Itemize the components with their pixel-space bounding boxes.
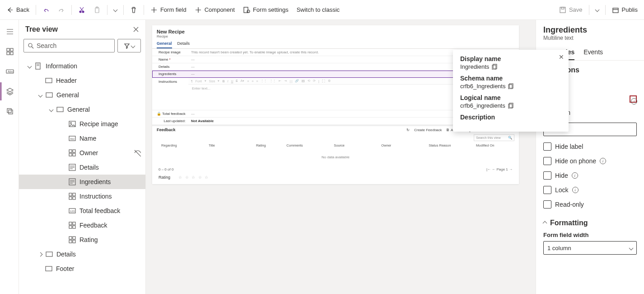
column-info-popover: ✕ Display name Ingredients Schema name c… (453, 50, 569, 132)
form-subtitle: Recipe (157, 34, 514, 38)
section-formatting[interactable]: Formatting (543, 219, 637, 227)
hidden-icon (134, 149, 141, 156)
tree-node-details[interactable]: Details (19, 160, 145, 175)
tree-node-owner[interactable]: Owner (19, 146, 145, 160)
rail-hamburger[interactable] (0, 23, 19, 41)
schema-name-value: crfb6_Ingredients (460, 83, 505, 90)
star-icons[interactable]: ☆ ☆ ☆ ☆ ☆ (178, 175, 209, 180)
checkbox-hide-label[interactable] (543, 142, 551, 151)
copy-icon[interactable] (508, 103, 514, 109)
tree-node-information[interactable]: Information (19, 59, 145, 73)
search-icon (28, 43, 34, 49)
svg-point-5 (247, 10, 250, 13)
tree-node-instructions[interactable]: Instructions (19, 189, 145, 204)
paste-options-button[interactable] (110, 5, 121, 14)
cut-button[interactable] (75, 4, 89, 16)
chevron-up-icon (543, 221, 547, 225)
svg-rect-26 (69, 150, 72, 152)
undo-icon (42, 6, 50, 14)
paste-button[interactable] (90, 4, 104, 16)
form-field-width-dropdown[interactable]: 1 column (543, 241, 637, 255)
redo-button[interactable] (54, 4, 69, 16)
number-icon: 123 (69, 207, 76, 214)
add-component-button[interactable]: Component (191, 4, 238, 16)
rail-components[interactable] (0, 43, 19, 61)
svg-rect-16 (9, 110, 13, 114)
switch-classic-button[interactable]: Switch to classic (293, 4, 343, 16)
checkbox-hide[interactable] (543, 171, 551, 180)
chevron-down-icon (131, 43, 135, 48)
rating-control[interactable]: Rating ☆ ☆ ☆ ☆ ☆ (152, 173, 519, 184)
form-field-label: Form field (160, 6, 187, 13)
rail-text[interactable]: Abc (0, 62, 19, 81)
svg-rect-6 (560, 7, 565, 13)
tree-node-ingredients[interactable]: Ingredients (19, 175, 145, 189)
form-settings-button[interactable]: Form settings (239, 4, 292, 16)
rail-duplicate[interactable] (0, 102, 19, 120)
section-icon (45, 265, 52, 272)
rating-label: Rating (159, 175, 170, 180)
fb-create[interactable]: Create Feedback (414, 128, 442, 132)
copy-icon[interactable] (492, 64, 498, 70)
tree-node-name[interactable]: AbcName (19, 131, 145, 146)
tree-node-general-section[interactable]: General (19, 102, 145, 117)
close-icon[interactable]: ✕ (559, 53, 564, 61)
svg-rect-35 (73, 197, 75, 199)
svg-rect-15 (7, 109, 11, 113)
tree-search-input[interactable]: Search (23, 39, 115, 52)
save-split-button[interactable] (592, 5, 602, 14)
checkbox-readonly[interactable] (543, 200, 551, 209)
publish-button[interactable]: Publis (608, 4, 641, 16)
schema-name-label: Schema name (460, 75, 561, 82)
add-form-field-button[interactable]: Form field (147, 4, 190, 16)
form-tab-general[interactable]: General (157, 41, 172, 48)
tree-node-header[interactable]: Header (19, 73, 145, 88)
feedback-title: Feedback (157, 128, 176, 132)
layers-icon (6, 87, 14, 95)
svg-rect-12 (10, 52, 13, 55)
tree-node-general[interactable]: General (19, 88, 145, 102)
svg-point-17 (28, 43, 32, 47)
undo-button[interactable] (39, 4, 53, 16)
info-icon[interactable]: i (600, 158, 606, 164)
cut-icon (78, 6, 85, 14)
tab-icon (46, 91, 53, 99)
svg-point-1 (82, 11, 84, 13)
feedback-nodata: No data available (152, 149, 519, 166)
save-button[interactable]: Save (555, 4, 586, 16)
form-settings-label: Form settings (253, 6, 289, 13)
copy-icon[interactable] (508, 83, 514, 89)
fb-refresh[interactable]: ↻ (406, 128, 410, 132)
lookup-icon (69, 149, 76, 156)
info-icon[interactable]: i (572, 172, 578, 179)
save-icon (559, 6, 566, 14)
tree-filter-button[interactable] (117, 39, 141, 52)
svg-rect-18 (36, 63, 40, 69)
duplicate-icon (6, 107, 14, 115)
svg-rect-38 (69, 222, 72, 225)
tree-node-feedback[interactable]: Feedback (19, 218, 145, 232)
close-icon[interactable] (133, 26, 139, 33)
delete-button[interactable] (126, 4, 141, 16)
component-label: Component (205, 6, 235, 13)
form-tab-details[interactable]: Details (177, 41, 190, 48)
info-icon[interactable]: i (572, 187, 579, 193)
description-label: Description (460, 114, 561, 121)
tree-node-footer[interactable]: Footer (19, 261, 145, 276)
tree-node-details-tab[interactable]: Details (19, 247, 145, 261)
back-button[interactable]: Back (3, 4, 33, 16)
svg-rect-7 (561, 7, 564, 9)
rail-tree-view[interactable] (0, 82, 19, 100)
svg-point-0 (79, 11, 81, 13)
tree-view-panel: Tree view Search Information Header Gene… (19, 20, 146, 294)
tree-node-rating[interactable]: Rating (19, 232, 145, 247)
chevron-down-icon (629, 246, 634, 250)
tree-node-total-feedback[interactable]: 123Total feedback (19, 204, 145, 218)
checkbox-hide-phone[interactable] (543, 157, 551, 165)
tree-node-recipe-image[interactable]: Recipe image (19, 117, 145, 131)
checkbox-lock[interactable] (543, 186, 551, 194)
svg-rect-32 (69, 193, 72, 196)
feedback-search[interactable]: Search this view🔍 (474, 134, 514, 141)
tab-events[interactable]: Events (583, 44, 603, 60)
info-icon-highlighted[interactable]: i (630, 95, 637, 103)
